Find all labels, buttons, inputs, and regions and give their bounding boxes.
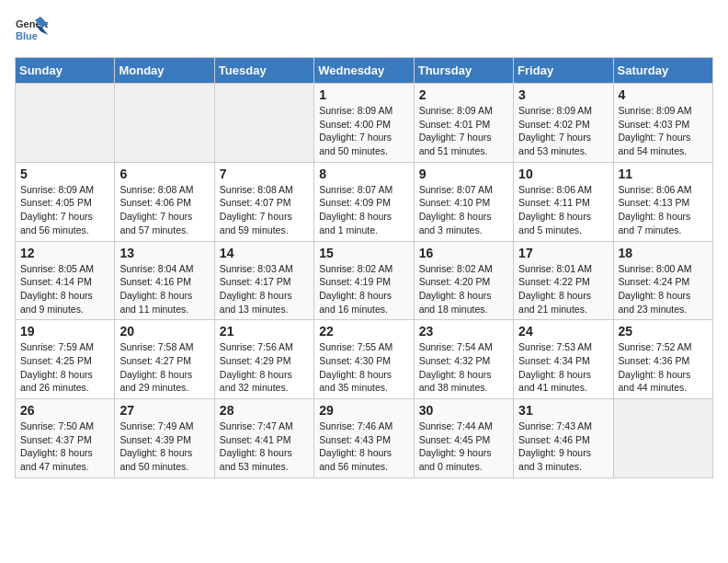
day-number: 3 [518,87,608,102]
calendar-cell: 25Sunrise: 7:52 AM Sunset: 4:36 PM Dayli… [613,320,712,399]
day-info: Sunrise: 7:52 AM Sunset: 4:36 PM Dayligh… [619,340,708,395]
day-info: Sunrise: 7:43 AM Sunset: 4:46 PM Dayligh… [518,419,608,474]
day-number: 10 [518,167,608,181]
day-info: Sunrise: 8:02 AM Sunset: 4:19 PM Dayligh… [319,262,408,316]
day-info: Sunrise: 7:58 AM Sunset: 4:27 PM Dayligh… [119,340,209,395]
day-info: Sunrise: 7:47 AM Sunset: 4:41 PM Dayligh… [220,419,309,474]
weekday-header-friday: Friday [514,58,613,84]
week-row-4: 19Sunrise: 7:59 AM Sunset: 4:25 PM Dayli… [16,320,713,399]
day-number: 6 [119,167,209,181]
day-info: Sunrise: 8:04 AM Sunset: 4:16 PM Dayligh… [119,262,209,316]
calendar-cell [214,84,313,163]
day-number: 21 [220,324,309,339]
calendar-cell: 6Sunrise: 8:08 AM Sunset: 4:06 PM Daylig… [115,162,214,241]
day-info: Sunrise: 8:09 AM Sunset: 4:00 PM Dayligh… [319,104,408,158]
day-number: 26 [20,403,109,418]
week-row-1: 1Sunrise: 8:09 AM Sunset: 4:00 PM Daylig… [16,84,713,163]
day-info: Sunrise: 7:56 AM Sunset: 4:29 PM Dayligh… [220,340,309,395]
day-number: 27 [119,403,209,418]
day-number: 4 [619,87,708,102]
calendar-cell: 20Sunrise: 7:58 AM Sunset: 4:27 PM Dayli… [115,320,214,399]
weekday-header-sunday: Sunday [16,58,115,84]
day-number: 20 [119,324,209,339]
week-row-5: 26Sunrise: 7:50 AM Sunset: 4:37 PM Dayli… [16,399,713,478]
calendar-cell: 29Sunrise: 7:46 AM Sunset: 4:43 PM Dayli… [314,399,414,478]
day-info: Sunrise: 8:05 AM Sunset: 4:14 PM Dayligh… [20,262,109,316]
calendar-cell: 22Sunrise: 7:55 AM Sunset: 4:30 PM Dayli… [314,320,414,399]
calendar-cell: 31Sunrise: 7:43 AM Sunset: 4:46 PM Dayli… [514,399,613,478]
calendar-cell: 10Sunrise: 8:06 AM Sunset: 4:11 PM Dayli… [514,162,613,241]
calendar-cell: 15Sunrise: 8:02 AM Sunset: 4:19 PM Dayli… [314,241,414,320]
calendar-cell: 3Sunrise: 8:09 AM Sunset: 4:02 PM Daylig… [514,84,613,163]
calendar-cell: 16Sunrise: 8:02 AM Sunset: 4:20 PM Dayli… [414,241,513,320]
calendar-cell: 9Sunrise: 8:07 AM Sunset: 4:10 PM Daylig… [414,162,513,241]
weekday-header-wednesday: Wednesday [314,58,414,84]
calendar-cell: 14Sunrise: 8:03 AM Sunset: 4:17 PM Dayli… [214,241,313,320]
calendar-cell: 21Sunrise: 7:56 AM Sunset: 4:29 PM Dayli… [214,320,313,399]
week-row-3: 12Sunrise: 8:05 AM Sunset: 4:14 PM Dayli… [16,241,713,320]
day-number: 16 [419,246,508,260]
calendar-cell: 27Sunrise: 7:49 AM Sunset: 4:39 PM Dayli… [115,399,214,478]
day-info: Sunrise: 8:09 AM Sunset: 4:05 PM Dayligh… [20,183,109,237]
page-header: General Blue [15,15,713,48]
day-number: 7 [220,167,309,181]
day-number: 2 [419,87,508,102]
day-info: Sunrise: 8:03 AM Sunset: 4:17 PM Dayligh… [220,262,309,316]
day-number: 28 [220,403,309,418]
calendar-cell: 18Sunrise: 8:00 AM Sunset: 4:24 PM Dayli… [613,241,712,320]
logo-brand: General Blue [15,15,48,48]
svg-text:Blue: Blue [16,30,38,41]
day-info: Sunrise: 7:44 AM Sunset: 4:45 PM Dayligh… [419,419,508,474]
day-info: Sunrise: 8:07 AM Sunset: 4:10 PM Dayligh… [419,183,508,237]
day-number: 8 [319,167,408,181]
day-info: Sunrise: 7:54 AM Sunset: 4:32 PM Dayligh… [419,340,508,395]
calendar-cell: 12Sunrise: 8:05 AM Sunset: 4:14 PM Dayli… [16,241,115,320]
day-number: 12 [20,246,109,260]
day-info: Sunrise: 7:55 AM Sunset: 4:30 PM Dayligh… [319,340,408,395]
calendar-cell [16,84,115,163]
weekday-header-tuesday: Tuesday [214,58,313,84]
day-number: 11 [619,167,708,181]
day-info: Sunrise: 8:09 AM Sunset: 4:02 PM Dayligh… [518,104,608,158]
day-info: Sunrise: 8:09 AM Sunset: 4:01 PM Dayligh… [419,104,508,158]
calendar-cell: 28Sunrise: 7:47 AM Sunset: 4:41 PM Dayli… [214,399,313,478]
calendar-cell: 24Sunrise: 7:53 AM Sunset: 4:34 PM Dayli… [514,320,613,399]
day-number: 22 [319,324,408,339]
calendar-cell: 26Sunrise: 7:50 AM Sunset: 4:37 PM Dayli… [16,399,115,478]
weekday-header-saturday: Saturday [613,58,712,84]
weekday-header-monday: Monday [115,58,214,84]
day-info: Sunrise: 8:09 AM Sunset: 4:03 PM Dayligh… [619,104,708,158]
day-number: 1 [319,87,408,102]
weekday-header-thursday: Thursday [414,58,513,84]
day-info: Sunrise: 7:46 AM Sunset: 4:43 PM Dayligh… [319,419,408,474]
day-number: 18 [619,246,708,260]
calendar-cell: 30Sunrise: 7:44 AM Sunset: 4:45 PM Dayli… [414,399,513,478]
day-info: Sunrise: 8:02 AM Sunset: 4:20 PM Dayligh… [419,262,508,316]
day-number: 13 [119,246,209,260]
day-number: 23 [419,324,508,339]
logo: General Blue [15,15,48,48]
calendar-cell: 7Sunrise: 8:08 AM Sunset: 4:07 PM Daylig… [214,162,313,241]
weekday-header-row: SundayMondayTuesdayWednesdayThursdayFrid… [16,58,713,84]
day-info: Sunrise: 7:59 AM Sunset: 4:25 PM Dayligh… [20,340,109,395]
calendar-cell: 2Sunrise: 8:09 AM Sunset: 4:01 PM Daylig… [414,84,513,163]
calendar-cell [115,84,214,163]
day-number: 25 [619,324,708,339]
day-info: Sunrise: 8:08 AM Sunset: 4:06 PM Dayligh… [119,183,209,237]
calendar-cell: 13Sunrise: 8:04 AM Sunset: 4:16 PM Dayli… [115,241,214,320]
calendar-cell [613,399,712,478]
logo-graphic: General Blue [15,15,48,48]
day-info: Sunrise: 8:06 AM Sunset: 4:11 PM Dayligh… [518,183,608,237]
day-number: 30 [419,403,508,418]
day-number: 14 [220,246,309,260]
day-info: Sunrise: 7:53 AM Sunset: 4:34 PM Dayligh… [518,340,608,395]
day-info: Sunrise: 8:00 AM Sunset: 4:24 PM Dayligh… [619,262,708,316]
day-info: Sunrise: 8:08 AM Sunset: 4:07 PM Dayligh… [220,183,309,237]
calendar-cell: 17Sunrise: 8:01 AM Sunset: 4:22 PM Dayli… [514,241,613,320]
day-number: 29 [319,403,408,418]
day-number: 9 [419,167,508,181]
calendar-cell: 8Sunrise: 8:07 AM Sunset: 4:09 PM Daylig… [314,162,414,241]
day-info: Sunrise: 7:49 AM Sunset: 4:39 PM Dayligh… [119,419,209,474]
day-info: Sunrise: 8:01 AM Sunset: 4:22 PM Dayligh… [518,262,608,316]
day-number: 24 [518,324,608,339]
